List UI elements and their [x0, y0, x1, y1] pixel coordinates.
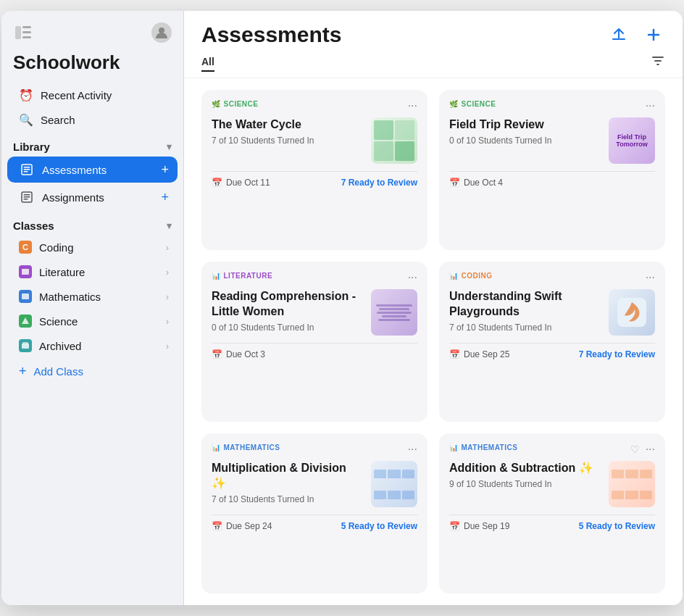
- archived-color-icon: [19, 339, 32, 352]
- sidebar-item-assignments[interactable]: Assignments +: [7, 184, 178, 210]
- subject-label: MATHEMATICS: [224, 444, 280, 451]
- archived-left: Archived: [19, 339, 81, 352]
- main-content: Assessments All: [184, 11, 683, 605]
- sidebar-class-coding[interactable]: C Coding ›: [7, 236, 178, 259]
- assessments-add-icon[interactable]: +: [161, 162, 169, 178]
- card-reading-comp[interactable]: 📊 LITERATURE ··· Reading Comprehension -…: [201, 262, 428, 422]
- assignments-icon: [19, 189, 35, 205]
- math-badge-icon: 📊: [212, 444, 221, 451]
- card-footer: 📅 Due Sep 19 5 Ready to Review: [449, 515, 655, 531]
- sidebar-nav-recent-activity[interactable]: ⏰ Recent Activity: [7, 83, 178, 107]
- science-color-icon: [19, 315, 32, 328]
- card-text: Multiplication & Division ✨ 7 of 10 Stud…: [212, 461, 364, 507]
- sidebar-toggle-icon[interactable]: [13, 22, 33, 43]
- clock-icon: ⏰: [19, 88, 33, 102]
- card-header: 📊 CODING ···: [449, 272, 655, 283]
- svg-marker-15: [22, 317, 29, 324]
- card-footer: 📅 Due Sep 24 5 Ready to Review: [212, 515, 417, 531]
- sidebar-nav-search[interactable]: 🔍 Search: [7, 107, 178, 132]
- card-more-button[interactable]: ···: [408, 100, 417, 112]
- sidebar-class-science[interactable]: Science ›: [7, 309, 178, 333]
- card-swift[interactable]: 📊 CODING ··· Understanding Swift Playgro…: [439, 262, 665, 422]
- card-field-trip[interactable]: 🌿 SCIENCE ··· Field Trip Review 0 of 10 …: [439, 90, 665, 250]
- svg-rect-6: [24, 167, 30, 168]
- card-thumbnail: [371, 117, 417, 164]
- card-more-button[interactable]: ···: [408, 444, 417, 455]
- card-body: Understanding Swift Playgrounds 7 of 10 …: [449, 289, 655, 336]
- archived-label: Archived: [39, 340, 81, 352]
- card-mult-div[interactable]: 📊 MATHEMATICS ··· Multiplication & Divis…: [201, 433, 428, 594]
- subject-badge: 📊 MATHEMATICS: [212, 444, 280, 451]
- add-class-item[interactable]: + Add Class: [7, 359, 178, 384]
- main-header: Assessments: [184, 11, 683, 47]
- literature-chevron-icon: ›: [166, 267, 169, 278]
- add-button[interactable]: [642, 23, 665, 46]
- header-actions: [607, 23, 665, 46]
- card-students: 0 of 10 Students Turned In: [449, 136, 601, 146]
- sidebar-class-literature[interactable]: Literature ›: [7, 260, 178, 283]
- calendar-icon: 📅: [212, 521, 222, 531]
- card-footer: 📅 Due Oct 11 7 Ready to Review: [212, 171, 417, 188]
- card-more-button[interactable]: ···: [646, 272, 655, 283]
- coding-chevron-icon: ›: [166, 242, 169, 253]
- calendar-icon: 📅: [449, 178, 460, 188]
- due-text: Due Oct 4: [464, 178, 503, 188]
- card-header: 🌿 SCIENCE ···: [449, 100, 655, 112]
- card-body: Reading Comprehension - Little Women 0 o…: [212, 289, 417, 336]
- archived-chevron-icon: ›: [166, 341, 169, 351]
- library-chevron-icon: ▾: [167, 141, 172, 152]
- card-thumbnail: Field TripTomorrow: [609, 117, 655, 164]
- card-footer: 📅 Due Oct 4: [449, 171, 655, 188]
- filter-icon[interactable]: [651, 54, 665, 72]
- calendar-icon: 📅: [449, 521, 460, 531]
- science-left: Science: [19, 315, 78, 328]
- science-badge-icon: 🌿: [212, 100, 221, 108]
- assessments-label: Assessments: [42, 164, 107, 176]
- card-more-button[interactable]: ···: [646, 100, 655, 112]
- sidebar: Schoolwork ⏰ Recent Activity 🔍 Search Li…: [1, 11, 184, 605]
- card-add-sub[interactable]: 📊 MATHEMATICS ♡ ··· Addition & Subtracti…: [439, 433, 665, 594]
- avatar[interactable]: [151, 22, 172, 43]
- card-text: Addition & Subtraction ✨ 9 of 10 Student…: [449, 461, 601, 507]
- export-button[interactable]: [607, 23, 630, 46]
- classes-section-header[interactable]: Classes ▾: [1, 211, 183, 235]
- card-footer: 📅 Due Sep 25 7 Ready to Review: [449, 343, 655, 359]
- assignments-add-icon[interactable]: +: [161, 190, 169, 205]
- subject-label: SCIENCE: [224, 100, 259, 108]
- svg-rect-10: [24, 194, 30, 196]
- calendar-icon: 📅: [449, 349, 460, 359]
- subject-badge: 🌿 SCIENCE: [212, 100, 258, 108]
- due-text: Due Sep 19: [464, 521, 509, 531]
- card-title: Field Trip Review: [449, 117, 601, 133]
- card-due-date: 📅 Due Oct 11: [212, 178, 270, 188]
- card-more-button[interactable]: ···: [646, 444, 655, 455]
- card-body: Addition & Subtraction ✨ 9 of 10 Student…: [449, 461, 655, 507]
- svg-rect-11: [24, 196, 30, 198]
- library-section-header[interactable]: Library ▾: [1, 132, 183, 156]
- coding-color-icon: C: [19, 241, 32, 254]
- card-water-cycle[interactable]: 🌿 SCIENCE ··· The Water Cycle 7 of 10 St…: [201, 90, 428, 250]
- card-body: The Water Cycle 7 of 10 Students Turned …: [212, 117, 417, 164]
- sidebar-item-assessments[interactable]: Assessments +: [7, 157, 178, 183]
- card-students: 7 of 10 Students Turned In: [449, 322, 601, 333]
- card-text: Reading Comprehension - Little Women 0 o…: [212, 289, 364, 336]
- science-chevron-icon: ›: [166, 316, 169, 327]
- math-badge-icon: 📊: [449, 444, 459, 451]
- favorite-button[interactable]: ♡: [630, 444, 640, 455]
- filter-tab-all[interactable]: All: [201, 53, 214, 72]
- card-title: Multiplication & Division ✨: [212, 461, 364, 491]
- card-more-button[interactable]: ···: [408, 272, 417, 283]
- card-header: 📊 MATHEMATICS ♡ ···: [449, 444, 655, 455]
- calendar-icon: 📅: [212, 178, 222, 188]
- sidebar-item-assignments-left: Assignments: [19, 189, 104, 205]
- subject-label: CODING: [462, 272, 493, 280]
- science-badge-icon: 🌿: [449, 100, 459, 108]
- card-students: 7 of 10 Students Turned In: [212, 136, 364, 146]
- card-due-date: 📅 Due Sep 25: [449, 349, 509, 359]
- sidebar-class-mathematics[interactable]: Mathematics ›: [7, 285, 178, 308]
- sidebar-class-archived[interactable]: Archived ›: [7, 334, 178, 357]
- mathematics-label: Mathematics: [39, 291, 101, 303]
- assessments-icon: [19, 162, 35, 178]
- card-status: 7 Ready to Review: [579, 349, 655, 359]
- subject-label: SCIENCE: [462, 100, 496, 108]
